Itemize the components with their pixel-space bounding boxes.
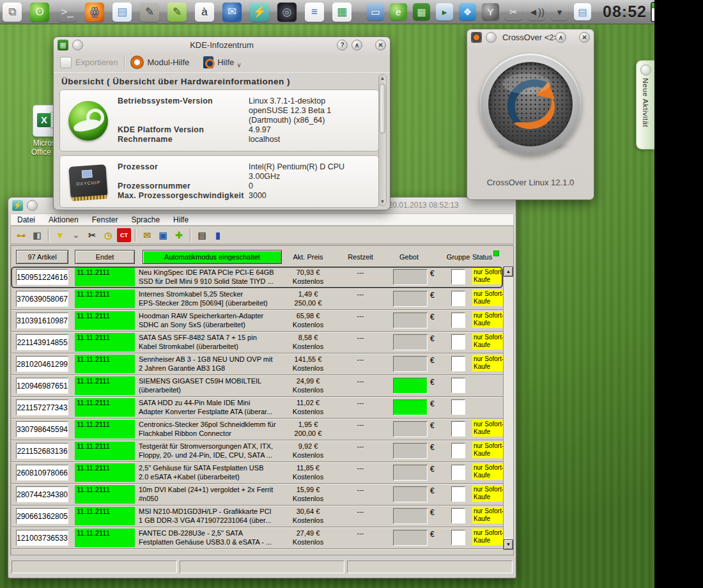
table-row[interactable]: 330798645594 11.11.2111 Centronics-Steck… [11, 419, 503, 440]
ct-icon[interactable]: CT [117, 228, 131, 242]
table-scrollbar[interactable]: ▲ ▼ [503, 267, 513, 550]
infocenter-titlebar[interactable]: KDE-Infozentrum ▦ ? ∧ ✕ [54, 37, 390, 52]
gruppe-input[interactable] [451, 313, 465, 328]
lo-calc-icon[interactable]: ▦ [332, 3, 352, 22]
sep[interactable] [48, 229, 49, 242]
gruppe-input[interactable] [451, 486, 465, 502]
article-id-field[interactable]: 221157277343 [16, 399, 68, 415]
window-shot-icon[interactable]: ▣ [156, 228, 170, 242]
menu-item[interactable]: Datei [17, 215, 35, 224]
gruppe-input[interactable] [451, 378, 465, 393]
crossover-titlebar[interactable]: CrossOver <2> ∧ ✕ [467, 29, 594, 45]
scroll-down-button[interactable]: ▼ [504, 539, 513, 550]
gruppe-input[interactable] [451, 508, 465, 523]
help-menu-button[interactable]: Hilfe ∨ [203, 56, 241, 68]
close-button[interactable]: ✕ [579, 32, 590, 43]
emule-icon[interactable]: e [390, 3, 407, 20]
article-id-field[interactable]: 221152683136 [16, 443, 68, 459]
table-row[interactable]: 221143914855 11.11.2111 SATA SAS SFF-848… [11, 332, 503, 353]
article-id-field[interactable]: 120946987651 [16, 378, 68, 394]
lo-writer-icon[interactable]: ≡ [305, 3, 324, 22]
gebot-input[interactable] [393, 465, 428, 481]
desktop-terminal-icon[interactable]: >_ [58, 3, 77, 22]
gruppe-input[interactable] [451, 465, 465, 480]
key-icon[interactable]: ⊶ [14, 228, 28, 242]
article-id-field[interactable]: 370639058067 [16, 291, 68, 307]
help-button[interactable]: ? [337, 40, 348, 50]
gruppe-input[interactable] [451, 421, 465, 437]
table-row[interactable]: 221157277343 11.11.2111 SATA HDD zu 44-P… [11, 397, 503, 419]
media-db-icon[interactable]: ▸ [436, 3, 453, 20]
window-list-icon[interactable]: ⧉ [3, 3, 22, 22]
y-app-icon[interactable]: Y [482, 3, 499, 20]
scroll-up-arrow[interactable]: ▲ [379, 75, 386, 81]
article-id-field[interactable]: 330798645594 [16, 421, 68, 437]
gebot-input[interactable] [393, 421, 428, 437]
funnel-icon[interactable]: ▼ [53, 228, 67, 242]
gruppe-input[interactable] [451, 291, 465, 306]
scissors-icon[interactable]: ✂ [505, 3, 522, 20]
endet-sort-button[interactable]: Endet [75, 250, 135, 264]
purse-icon[interactable]: ◒ [69, 228, 83, 242]
calendar-icon[interactable]: 2 [651, 2, 654, 22]
module-help-button[interactable]: Modul-Hilfe [131, 56, 189, 68]
gebot-input[interactable] [393, 486, 428, 502]
table-row[interactable]: 281020461299 11.11.2111 Sennheiser AB 3 … [11, 353, 503, 375]
shade-button[interactable]: ∧ [555, 32, 566, 43]
articles-count-button[interactable]: 97 Artikel [16, 250, 68, 264]
article-id-field[interactable]: 280744234380 [16, 486, 68, 502]
scrollbar-thumb[interactable] [380, 84, 385, 134]
shade-button[interactable]: ∧ [352, 40, 362, 50]
sep[interactable] [190, 229, 191, 242]
sep[interactable] [135, 229, 136, 242]
menu-item[interactable]: Fenster [92, 215, 118, 224]
device-notifier-icon[interactable]: ▤ [574, 3, 591, 20]
gebot-input[interactable] [393, 269, 428, 285]
gebot-input[interactable] [393, 508, 428, 524]
add-icon[interactable]: ✚ [172, 228, 186, 242]
firefox-icon[interactable]: ꙮ [85, 3, 104, 22]
book-icon[interactable]: ▮ [211, 228, 225, 242]
gebot-input[interactable] [393, 356, 428, 372]
list-icon[interactable]: ▤ [195, 228, 209, 242]
window-menu-button[interactable] [486, 32, 497, 43]
table-row[interactable]: 290661362805 11.11.2111 MSI N210-MD1GD3H… [11, 506, 503, 527]
gruppe-input[interactable] [451, 399, 465, 415]
timer-icon[interactable]: ◷ [101, 228, 115, 242]
article-id-field[interactable]: 281020461299 [16, 356, 68, 372]
article-id-field[interactable]: 121003736533 [16, 530, 68, 546]
article-id-field[interactable]: 290661362805 [16, 508, 68, 524]
file-manager-icon[interactable]: ▤ [112, 3, 132, 22]
gebot-input[interactable] [393, 530, 428, 546]
menu-item[interactable]: Aktionen [49, 215, 79, 224]
notes-leaf-icon[interactable]: ✎ [167, 3, 187, 22]
gruppe-input[interactable] [451, 269, 465, 284]
gebot-input[interactable] [393, 313, 428, 329]
dropbox-icon[interactable]: ❖ [459, 3, 476, 20]
new-activity-tab[interactable]: Neue Aktivität [636, 60, 654, 150]
mailbox-icon[interactable]: ✉ [140, 228, 154, 242]
close-button[interactable]: ✕ [375, 40, 386, 50]
gimp-icon[interactable]: ✎ [140, 3, 159, 22]
display-icon[interactable]: ▭ [367, 3, 384, 20]
table-row[interactable]: 260810978066 11.11.2111 2,5" Gehäuse für… [11, 462, 503, 484]
article-id-field[interactable]: 260810978066 [16, 465, 68, 481]
hardware-icon[interactable]: ▦ [413, 3, 430, 20]
table-row[interactable]: 370639058067 11.11.2111 Internes Stromka… [11, 288, 503, 310]
menu-item[interactable]: Hilfe [173, 215, 189, 224]
menu-item[interactable]: Sprache [131, 215, 160, 224]
exit-door-icon[interactable]: ◧ [30, 228, 44, 242]
digital-clock[interactable]: 08:52 [603, 3, 647, 21]
table-row[interactable]: 120946987651 11.11.2111 SIEMENS GIGASET … [11, 375, 503, 397]
volume-icon[interactable]: ◄)) [528, 3, 545, 20]
window-menu-button[interactable] [27, 200, 38, 211]
gruppe-input[interactable] [451, 443, 465, 458]
scroll-down-arrow[interactable]: ▼ [379, 199, 386, 205]
gebot-input[interactable] [393, 378, 428, 394]
gruppe-input[interactable] [451, 530, 465, 545]
scroll-up-button[interactable]: ▲ [504, 267, 513, 277]
charmap-icon[interactable]: à [195, 3, 214, 22]
article-id-field[interactable]: 310391610987 [16, 313, 68, 329]
gebot-input[interactable] [393, 334, 428, 350]
table-row[interactable]: 310391610987 11.11.2111 Hoodman RAW Spei… [11, 310, 503, 332]
